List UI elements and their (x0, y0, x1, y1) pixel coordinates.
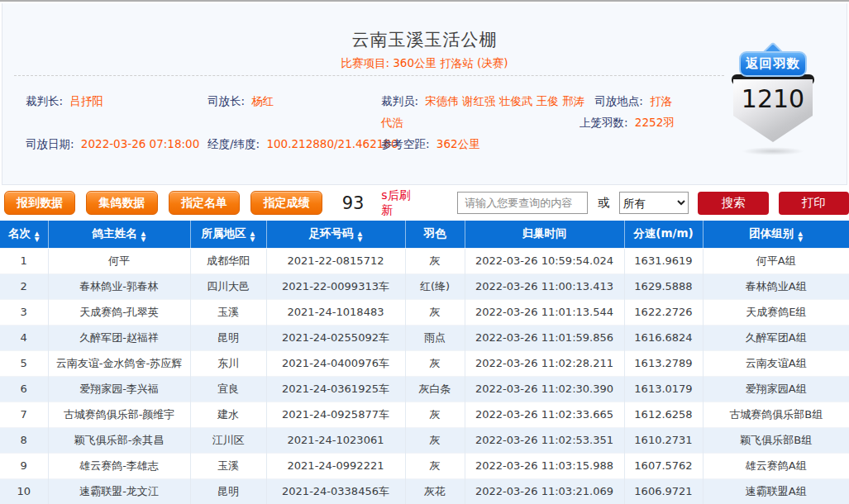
table-cell: 2021-24-0925877车 (266, 402, 405, 427)
table-header-row: 名次▲▼鸽主姓名▲▼所属地区▲▼足环号码▲▼羽色归巢时间分速(m/m)团体组别▲… (0, 221, 849, 248)
release-site-label: 司放地点: (594, 94, 643, 107)
basketed-count-value: 2252羽 (635, 116, 675, 129)
sort-icon: ▲▼ (250, 231, 255, 242)
pigeon-race-results-page: 云南玉溪玉活公棚 比赛项目: 360公里 打洛站 (决赛) 裁判长: 吕抒阳 司… (0, 0, 849, 504)
chief-judge-label: 裁判长: (26, 94, 63, 107)
table-cell: 灰 (405, 427, 465, 453)
table-cell: 2022-03-26 11:00:13.413 (465, 273, 624, 299)
table-cell: 颖飞俱乐部B组 (703, 427, 849, 453)
returned-count-badge: 1210 返回羽数 (732, 41, 814, 157)
table-cell: 2022-03-26 11:03:21.069 (465, 478, 624, 504)
column-header-2[interactable]: 鸽主姓名▲▼ (48, 221, 190, 248)
table-cell: 爱翔家园A组 (703, 376, 849, 402)
table-cell: 1606.9721 (624, 478, 703, 504)
table-cell: 古城赛鸽俱乐部B组 (703, 402, 849, 427)
table-cell: 何平 (48, 248, 190, 273)
table-cell: 久醉军团A组 (703, 325, 849, 350)
column-header-label: 鸽主姓名 (93, 226, 137, 240)
release-date-field: 司放日期: 2022-03-26 07:18:00 (26, 137, 199, 152)
designated-results-button[interactable]: 指定成绩 (250, 191, 322, 215)
table-cell: 天成赛鸽E组 (703, 299, 849, 325)
release-date-label: 司放日期: (26, 137, 74, 150)
table-cell: 2 (0, 273, 48, 299)
refresh-suffix-label: s后刷新 (381, 188, 422, 218)
table-cell: 2022-03-26 10:59:54.024 (465, 248, 624, 273)
results-table: 名次▲▼鸽主姓名▲▼所属地区▲▼足环号码▲▼羽色归巢时间分速(m/m)团体组别▲… (0, 221, 849, 504)
table-cell: 2021-22-0815712 (266, 248, 405, 273)
search-button[interactable]: 搜索 (698, 192, 768, 215)
release-site-value: 打洛 (650, 94, 672, 107)
toolbar: 报到数据 集鸽数据 指定名单 指定成绩 93 s后刷新 或 所有 搜索 打印 (0, 185, 849, 221)
table-cell: 2022-03-26 11:02:30.390 (465, 376, 624, 402)
release-chief-field: 司放长: 杨红 (207, 94, 274, 109)
table-cell: 2022-03-26 11:02:28.211 (465, 350, 624, 376)
table-row: 7古城赛鸽俱乐部-颜维宇建水2021-24-0925877车灰2022-03-2… (0, 402, 849, 427)
column-header-3[interactable]: 所属地区▲▼ (190, 221, 266, 248)
table-cell: 灰 (405, 402, 465, 427)
table-cell: 昆明 (190, 478, 266, 504)
column-header-label: 归巢时间 (522, 226, 567, 240)
table-cell: 速霸联盟A组 (703, 478, 849, 504)
print-button[interactable]: 打印 (779, 192, 849, 215)
table-body: 1何平成都华阳2021-22-0815712灰2022-03-26 10:59:… (0, 248, 849, 504)
table-cell: 2021-24-0338456车 (266, 478, 405, 504)
reference-distance-label: 参考空距: (381, 137, 430, 150)
returned-count-label: 返回羽数 (739, 51, 807, 77)
table-cell: 玉溪 (190, 453, 266, 478)
table-cell: 雄云赛鸽-李雄志 (48, 453, 190, 478)
table-cell: 2022-03-26 11:02:53.351 (465, 427, 624, 453)
column-header-8[interactable]: 团体组别▲▼ (703, 221, 849, 248)
table-cell: 爱翔家园-李兴福 (48, 376, 190, 402)
table-cell: 红(绛) (405, 273, 465, 299)
table-row: 8颖飞俱乐部-余其昌江川区2021-24-1023061灰2022-03-26 … (0, 427, 849, 453)
table-row: 4久醉军团-赵福祥昆明2021-24-0255092车雨点2022-03-26 … (0, 325, 849, 350)
search-input[interactable] (457, 192, 588, 214)
table-row: 3天成赛鸽-孔翠英玉溪2021-24-1018483灰2022-03-26 11… (0, 299, 849, 325)
table-cell: 2021-24-1018483 (266, 299, 405, 325)
filter-select[interactable]: 所有 (619, 192, 689, 214)
column-header-label: 羽色 (424, 226, 446, 240)
table-cell: 成都华阳 (190, 248, 266, 273)
table-cell: 2022-03-26 11:02:33.665 (465, 402, 624, 427)
column-header-4[interactable]: 足环号码▲▼ (266, 221, 405, 248)
column-header-label: 所属地区 (202, 226, 246, 240)
table-cell: 云南友谊A组 (703, 350, 849, 376)
race-event-subtitle: 比赛项目: 360公里 打洛站 (决赛) (2, 56, 847, 71)
referees-field: 裁判员: 宋德伟 谢红强 壮俊武 王俊 邢涛 司放地点: 打洛 (381, 94, 672, 109)
results-table-wrap: 名次▲▼鸽主姓名▲▼所属地区▲▼足环号码▲▼羽色归巢时间分速(m/m)团体组别▲… (0, 221, 849, 504)
or-label: 或 (598, 195, 610, 211)
table-cell: 速霸联盟-龙文江 (48, 478, 190, 504)
race-header-panel: 云南玉溪玉活公棚 比赛项目: 360公里 打洛站 (决赛) 裁判长: 吕抒阳 司… (2, 3, 847, 185)
table-cell: 2022-03-26 11:03:15.988 (465, 453, 624, 478)
table-cell: 2021-22-0099313车 (266, 273, 405, 299)
table-cell: 昆明 (190, 325, 266, 350)
referees-cont-value: 代浩 (381, 116, 403, 129)
table-cell: 3 (0, 299, 48, 325)
column-header-label: 团体组别 (749, 226, 794, 240)
page-title: 云南玉溪玉活公棚 (2, 28, 847, 51)
release-chief-value: 杨红 (251, 94, 274, 107)
table-cell: 1613.0179 (624, 376, 703, 402)
table-cell: 云南友谊-金水鸽舍-苏应辉 (48, 350, 190, 376)
refresh-countdown: 93 (342, 193, 365, 213)
table-cell: 2021-24-0400976车 (266, 350, 405, 376)
table-cell: 东川 (190, 350, 266, 376)
designated-list-button[interactable]: 指定名单 (169, 191, 240, 215)
table-cell: 天成赛鸽-孔翠英 (48, 299, 190, 325)
lnglat-label: 经度/纬度: (207, 137, 260, 150)
column-header-label: 足环号码 (309, 226, 354, 240)
column-header-5: 羽色 (405, 221, 465, 248)
chief-judge-value: 吕抒阳 (69, 94, 103, 107)
table-cell: 9 (0, 453, 48, 478)
checkin-data-button[interactable]: 报到数据 (4, 191, 75, 215)
table-cell: 何平A组 (703, 248, 849, 273)
returned-count-value: 1210 (732, 84, 814, 113)
release-date-value: 2022-03-26 07:18:00 (81, 137, 199, 150)
basketing-data-button[interactable]: 集鸽数据 (86, 191, 157, 215)
table-cell: 2021-24-1023061 (266, 427, 405, 453)
table-row: 1何平成都华阳2021-22-0815712灰2022-03-26 10:59:… (0, 248, 849, 273)
column-header-1[interactable]: 名次▲▼ (0, 221, 48, 248)
table-cell: 1613.2789 (624, 350, 703, 376)
table-cell: 雄云赛鸽A组 (703, 453, 849, 478)
table-cell: 2022-03-26 11:01:59.856 (465, 325, 624, 350)
